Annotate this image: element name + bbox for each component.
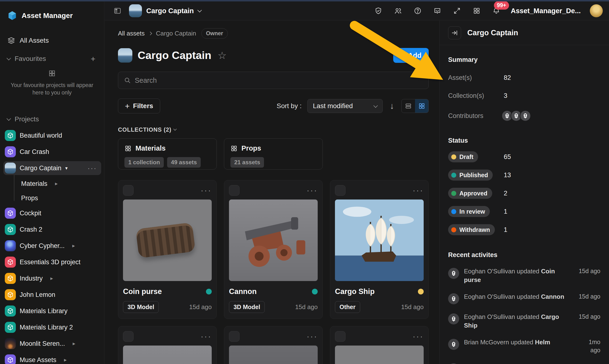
asset-card[interactable]: ···: [224, 180, 323, 319]
sort-select[interactable]: Last modified: [307, 99, 383, 113]
sidebar-item-all-assets[interactable]: All Assets: [0, 34, 104, 48]
sidebar-project-item[interactable]: Cockpit: [3, 206, 101, 220]
summary-label: Collection(s): [448, 92, 504, 100]
asset-menu-button[interactable]: ···: [413, 335, 424, 338]
asset-name: Cannon: [229, 287, 257, 296]
asset-card[interactable]: ···: [330, 326, 429, 364]
asset-checkbox[interactable]: [123, 331, 134, 342]
asset-menu-button[interactable]: ···: [413, 189, 424, 192]
asset-card[interactable]: ···: [330, 180, 429, 319]
contributors-label: Contributors: [448, 112, 504, 120]
plus-icon: +: [125, 102, 130, 110]
feedback-button[interactable]: [432, 5, 443, 16]
status-pill[interactable]: In review: [448, 206, 490, 217]
status-label: Published: [459, 172, 488, 179]
sidebar-toggle-button[interactable]: [112, 5, 123, 16]
asset-checkbox[interactable]: [335, 185, 346, 196]
sidebar-project-item[interactable]: Muse Assets ▸: [3, 353, 101, 364]
summary-label: Asset(s): [448, 74, 504, 81]
account-name[interactable]: Asset_Manager_De...: [511, 7, 581, 15]
contributor-avatar[interactable]: [519, 110, 531, 122]
list-view-button[interactable]: [402, 99, 415, 113]
sidebar-project-item[interactable]: Essentials 3D project: [3, 255, 101, 269]
sidebar-project-item[interactable]: Beautiful world: [3, 129, 101, 143]
chevron-down-icon: [6, 56, 11, 60]
asset-checkbox[interactable]: [229, 331, 240, 342]
notifications-button[interactable]: 99+: [491, 5, 502, 16]
collection-count-badge: 49 assets: [167, 157, 201, 168]
search-bar[interactable]: [118, 72, 429, 89]
status-label: In review: [459, 208, 485, 215]
project-icon: [5, 305, 16, 316]
status-pill[interactable]: Published: [448, 169, 493, 181]
project-label: Materials: [21, 180, 48, 187]
asset-card[interactable]: ···: [118, 326, 217, 364]
asset-checkbox[interactable]: [123, 185, 134, 196]
sidebar-section-projects[interactable]: Projects: [0, 112, 104, 126]
members-button[interactable]: [393, 5, 403, 16]
breadcrumb-root[interactable]: All assets: [118, 30, 144, 37]
asset-checkbox[interactable]: [335, 331, 346, 342]
add-favourite-button[interactable]: +: [91, 55, 95, 63]
app-title: Asset Manager: [22, 12, 73, 20]
sidebar-project-item[interactable]: John Lemon: [3, 288, 101, 302]
sidebar-project-item[interactable]: Industry ▸: [3, 272, 101, 285]
fullscreen-button[interactable]: [452, 5, 462, 16]
sidebar-project-item[interactable]: Moonlit Seren... ▸: [3, 337, 101, 351]
unity-logo-icon: [513, 113, 519, 119]
projects-label: Projects: [15, 115, 39, 123]
add-button[interactable]: + Add: [393, 48, 429, 63]
grid-view-button[interactable]: [415, 99, 428, 113]
collection-card[interactable]: Props 21 assets: [224, 138, 323, 169]
sidebar-project-item[interactable]: Cargo Captain ▾ ···: [3, 161, 101, 175]
asset-menu-button[interactable]: ···: [201, 189, 212, 192]
collections-header[interactable]: COLLECTIONS (2): [118, 126, 429, 133]
privacy-button[interactable]: [373, 5, 384, 16]
window-top-strip: [0, 0, 609, 1]
sidebar-project-item[interactable]: Materials Library: [3, 304, 101, 318]
status-pill[interactable]: Draft: [448, 151, 478, 162]
panel-collapse-button[interactable]: [448, 26, 461, 39]
asset-menu-button[interactable]: ···: [201, 335, 212, 338]
search-icon: [124, 77, 131, 84]
sidebar-section-favourites[interactable]: Favourites +: [0, 52, 104, 66]
notification-badge: 99+: [494, 1, 509, 10]
app-logo-row: Asset Manager: [0, 8, 104, 23]
project-menu-button[interactable]: ···: [88, 165, 99, 172]
sidebar-project-item[interactable]: Materials Library 2: [3, 320, 101, 334]
asset-menu-button[interactable]: ···: [307, 335, 318, 338]
contributors-row: Contributors: [448, 110, 600, 122]
summary-value: 3: [504, 92, 600, 100]
sidebar-project-item[interactable]: Cyber Cypher... ▸: [3, 239, 101, 253]
asset-thumbnail: [229, 199, 318, 281]
topbar-project-name: Cargo Captain: [146, 7, 194, 15]
project-thumbnail: [118, 48, 132, 63]
favourite-star-icon[interactable]: ☆: [218, 50, 227, 61]
search-input[interactable]: [135, 77, 423, 84]
asset-type-badge: 3D Model: [123, 301, 159, 313]
collapse-right-icon: [451, 29, 458, 37]
sidebar-project-item[interactable]: Props: [3, 192, 101, 204]
project-avatar: [129, 4, 142, 17]
account-avatar[interactable]: [590, 4, 603, 17]
topbar-project-switcher[interactable]: Cargo Captain: [129, 4, 201, 17]
collection-card[interactable]: Materials 1 collection49 assets: [118, 138, 217, 169]
sidebar-project-item[interactable]: Crash 2: [3, 222, 101, 236]
project-icon: [5, 273, 16, 284]
status-pill[interactable]: Approved: [448, 188, 492, 199]
project-icon: [5, 338, 16, 349]
sidebar-project-item[interactable]: Car Crash: [3, 145, 101, 159]
filters-button[interactable]: + Filters: [118, 99, 160, 113]
apps-button[interactable]: [471, 5, 482, 16]
asset-card[interactable]: ···: [118, 180, 217, 319]
help-button[interactable]: [412, 5, 423, 16]
sidebar-project-item[interactable]: Materials ▸: [3, 177, 101, 190]
status-pill[interactable]: Withdrawn: [448, 224, 495, 235]
asset-checkbox[interactable]: [229, 185, 240, 196]
asset-card[interactable]: ···: [224, 326, 323, 364]
sort-direction-button[interactable]: ↓: [389, 101, 396, 111]
help-icon: [414, 7, 422, 15]
asset-menu-button[interactable]: ···: [307, 189, 318, 192]
activity-avatar: [448, 313, 459, 325]
activity-avatar: [448, 293, 459, 304]
